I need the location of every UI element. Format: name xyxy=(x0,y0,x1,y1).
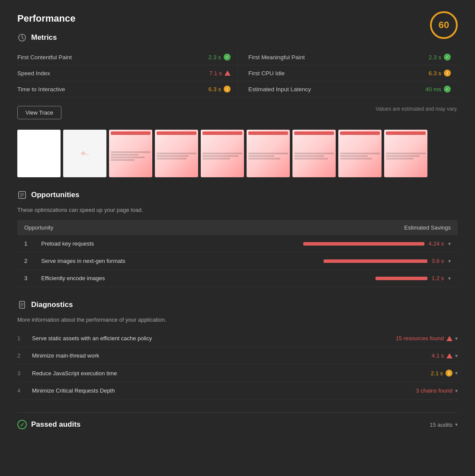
diag-num: 2 xyxy=(17,352,28,359)
metrics-grid: First Contentful Paint 2.3 s ✓ First Mea… xyxy=(17,49,458,97)
diagnostics-item[interactable]: 1 Serve static assets with an efficient … xyxy=(17,330,458,347)
opp-savings-cell: 1.2 s ▾ xyxy=(194,270,458,287)
fci-value: 6.3 s i xyxy=(429,70,451,77)
diag-info-icon: i xyxy=(446,370,453,377)
filmstrip-frame-4 xyxy=(155,130,198,177)
diagnostics-section-header: Diagnostics xyxy=(17,300,458,310)
filmstrip-frame-5 xyxy=(201,130,244,177)
passed-audits-chevron[interactable]: ▾ xyxy=(455,422,458,428)
filmstrip-frame-8 xyxy=(338,130,382,177)
metric-row-eil: Estimated Input Latency 40 ms ✓ xyxy=(238,81,458,97)
opp-label: Efficiently encode images xyxy=(34,270,194,287)
diagnostics-item[interactable]: 4 Minimize Critical Requests Depth 3 cha… xyxy=(17,382,458,399)
opp-chevron[interactable]: ▾ xyxy=(448,258,451,264)
diag-num: 1 xyxy=(17,335,28,342)
opportunities-table: Opportunity Estimated Savings 1 Preload … xyxy=(17,220,458,287)
passed-check-icon: ✓ xyxy=(17,420,27,429)
metrics-section-header: Metrics xyxy=(17,33,430,42)
opp-num: 3 xyxy=(17,270,34,287)
opp-savings-cell: 4.24 s ▾ xyxy=(194,235,458,252)
opp-label: Preload key requests xyxy=(34,235,194,252)
eil-check-icon: ✓ xyxy=(444,86,451,93)
diag-label: Minimize main-thread work xyxy=(32,352,427,359)
diag-value: 3 chains found ▾ xyxy=(416,387,458,394)
col-savings: Estimated Savings xyxy=(194,220,458,235)
filmstrip-frame-7 xyxy=(292,130,336,177)
opp-savings-value: 3.6 s xyxy=(432,258,444,264)
opp-num: 1 xyxy=(17,235,34,252)
diag-label: Reduce JavaScript execution time xyxy=(32,370,427,377)
opp-chevron[interactable]: ▾ xyxy=(448,241,451,247)
fci-label: First CPU Idle xyxy=(248,70,285,77)
diag-value: 4.1 s ▾ xyxy=(432,352,458,359)
view-trace-button[interactable]: View Trace xyxy=(17,106,61,119)
opportunities-title: Opportunities xyxy=(31,191,79,199)
passed-audits-right: 15 audits ▾ xyxy=(430,422,458,428)
diag-chevron[interactable]: ▾ xyxy=(455,353,458,359)
opp-savings-value: 1.2 s xyxy=(432,275,444,281)
metrics-title: Metrics xyxy=(31,33,57,42)
opp-bar xyxy=(303,242,424,246)
filmstrip-frame-6 xyxy=(247,130,290,177)
estimated-note: Values are estimated and may vary. xyxy=(376,106,458,112)
opp-bar xyxy=(324,259,427,263)
diag-chevron[interactable]: ▾ xyxy=(455,370,458,376)
tti-label: Time to Interactive xyxy=(17,86,65,93)
performance-score: 60 xyxy=(430,11,458,39)
diagnostics-item[interactable]: 2 Minimize main-thread work 4.1 s ▾ xyxy=(17,347,458,364)
opportunity-row[interactable]: 3 Efficiently encode images 1.2 s ▾ xyxy=(17,270,458,287)
eil-value: 40 ms ✓ xyxy=(425,86,451,93)
diag-num: 4 xyxy=(17,387,28,394)
passed-audits-label: Passed audits xyxy=(31,420,80,429)
tti-info-icon: i xyxy=(224,86,231,93)
metric-row-tti: Time to Interactive 6.3 s i xyxy=(17,81,238,97)
metric-row-si: Speed Index 7.1 s xyxy=(17,65,238,81)
fmp-check-icon: ✓ xyxy=(444,54,451,61)
opportunity-row[interactable]: 1 Preload key requests 4.24 s ▾ xyxy=(17,235,458,252)
metric-row-fci: First CPU Idle 6.3 s i xyxy=(238,65,458,81)
diag-value-text: 15 resources found xyxy=(396,335,444,342)
tti-value: 6.3 s i xyxy=(209,86,231,93)
diagnostics-item[interactable]: 3 Reduce JavaScript execution time 2.1 s… xyxy=(17,364,458,382)
diag-value-text: 4.1 s xyxy=(432,352,444,359)
fcp-label: First Contentful Paint xyxy=(17,54,72,61)
diag-label: Serve static assets with an efficient ca… xyxy=(32,335,392,342)
opportunities-desc: These optimizations can speed up your pa… xyxy=(17,207,458,213)
metric-row-fmp: First Meaningful Paint 2.3 s ✓ xyxy=(238,49,458,65)
passed-audits-count: 15 audits xyxy=(430,422,453,428)
passed-audits-row: ✓ Passed audits 15 audits ▾ xyxy=(17,412,458,436)
diag-value: 15 resources found ▾ xyxy=(396,335,458,342)
col-opportunity: Opportunity xyxy=(17,220,194,235)
diag-label: Minimize Critical Requests Depth xyxy=(32,387,411,394)
diag-num: 3 xyxy=(17,370,28,377)
diagnostics-title: Diagnostics xyxy=(31,300,73,309)
filmstrip: 小... xyxy=(17,130,458,177)
filmstrip-frame-1 xyxy=(17,130,61,177)
diag-value-text: 3 chains found xyxy=(416,387,453,394)
diagnostics-desc: More information about the performance o… xyxy=(17,316,458,323)
fcp-value: 2.3 s ✓ xyxy=(209,54,231,61)
diag-chevron[interactable]: ▾ xyxy=(455,388,458,394)
page-title: Performance xyxy=(17,13,458,24)
diag-value: 2.1 s i ▾ xyxy=(431,370,458,377)
opp-num: 2 xyxy=(17,252,34,270)
opp-bar xyxy=(376,277,427,280)
opp-savings-cell: 3.6 s ▾ xyxy=(194,252,458,270)
fcp-check-icon: ✓ xyxy=(224,54,231,61)
opportunity-row[interactable]: 2 Serve images in next-gen formats 3.6 s… xyxy=(17,252,458,270)
filmstrip-frame-2: 小... xyxy=(63,130,106,177)
fmp-label: First Meaningful Paint xyxy=(248,54,305,61)
trace-row: View Trace Values are estimated and may … xyxy=(17,106,458,126)
filmstrip-frame-9 xyxy=(384,130,427,177)
si-warn-icon xyxy=(225,70,231,76)
opp-chevron[interactable]: ▾ xyxy=(448,275,451,281)
passed-audits-left: ✓ Passed audits xyxy=(17,420,80,429)
diagnostics-icon xyxy=(17,300,27,310)
opportunities-section-header: Opportunities xyxy=(17,190,458,200)
filmstrip-frame-3 xyxy=(109,130,152,177)
diag-chevron[interactable]: ▾ xyxy=(455,335,458,342)
opp-label: Serve images in next-gen formats xyxy=(34,252,194,270)
metrics-icon xyxy=(17,33,27,42)
diagnostics-list: 1 Serve static assets with an efficient … xyxy=(17,330,458,399)
si-value: 7.1 s xyxy=(209,70,231,77)
